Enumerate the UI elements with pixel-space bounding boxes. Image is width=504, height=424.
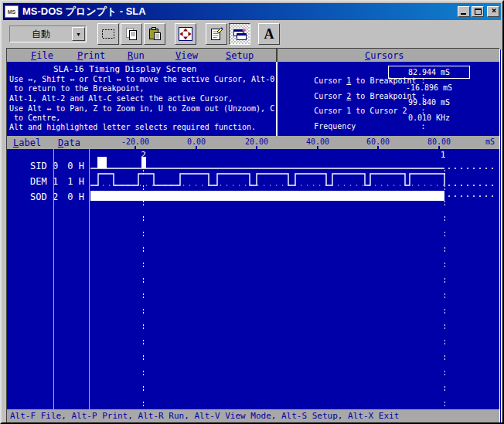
signal-waveform	[90, 174, 444, 185]
data-column-header: Data	[58, 137, 80, 148]
toolbar: 自動 ▼	[3, 22, 501, 46]
properties-button[interactable]	[206, 23, 227, 45]
font-icon: A	[264, 27, 274, 41]
cursor2-breakpoint-row: Cursor 2 to Breakpoint : -16.896 mS	[286, 83, 495, 94]
msdos-prompt-window: MS DOS MS-DOS プロンプト - SLA × 自動 ▼	[0, 0, 504, 424]
cursor1-cursor2-row: Cursor 1 to Cursor 2 : 99.840 mS	[286, 98, 495, 109]
help-line: Alt and highlighted letter selects requi…	[9, 123, 256, 131]
frequency-value: 0.010 KHz	[388, 114, 470, 122]
label-column-header: Label	[13, 137, 41, 148]
copy-icon	[124, 26, 139, 42]
close-button[interactable]: ×	[487, 6, 499, 17]
close-icon: ×	[488, 5, 500, 15]
copy-button[interactable]	[121, 23, 142, 45]
help-line: Alt-1, Alt-2 and Alt-C select the active…	[9, 94, 233, 103]
properties-icon	[209, 26, 224, 42]
axis-tick-label: 0.00	[173, 137, 220, 146]
help-line: Use ↔, Shift ↔ or Ctrl ↔ to move the act…	[9, 75, 274, 83]
help-line: to Centre,	[9, 114, 60, 122]
msdos-icon-ms: MS	[8, 9, 16, 15]
status-bar: Alt-F File, Alt-P Print, Alt-R Run, Alt-…	[7, 409, 499, 422]
menu-view[interactable]: View	[175, 50, 198, 61]
font-button[interactable]: A	[258, 23, 280, 45]
menu-setup[interactable]: Setup	[226, 50, 254, 61]
signal-pulse	[141, 157, 146, 168]
panel-divider-top	[276, 49, 278, 62]
fullscreen-icon	[178, 26, 193, 42]
msdos-icon[interactable]: MS DOS	[5, 5, 19, 18]
background-button[interactable]	[229, 23, 250, 45]
axis-tick-label: 20.00	[233, 137, 280, 146]
waveform-plot[interactable]	[7, 149, 500, 409]
font-size-value: 自動	[10, 28, 72, 41]
paste-button[interactable]	[144, 23, 165, 45]
timing-header: Label Data mS -20.000.0020.0040.0060.008…	[7, 136, 499, 149]
dos-screen: File Print Run View Setup Cursors SLA-16…	[6, 48, 500, 423]
minimize-button[interactable]	[458, 6, 470, 17]
maximize-icon	[475, 8, 482, 15]
screen-title: SLA-16 Timing Display Screen	[53, 64, 196, 74]
axis-unit-label: mS	[485, 137, 495, 146]
signal-pulse	[97, 157, 107, 168]
minimize-icon	[461, 13, 466, 15]
signal-block	[90, 191, 444, 201]
cursors-panel-title: Cursors	[365, 50, 404, 61]
axis-tick-label: 60.00	[355, 137, 401, 146]
cursor1-cursor2-value: 99.840 mS	[388, 98, 470, 107]
cursor1-breakpoint-row: Cursor 1 to Breakpoint : 82.944 mS	[286, 68, 495, 79]
menu-print[interactable]: Print	[77, 50, 105, 61]
maximize-button[interactable]	[472, 6, 484, 17]
panel-divider	[276, 62, 278, 136]
help-line: to return to the Breakpoint,	[9, 84, 145, 93]
title-bar[interactable]: MS DOS MS-DOS プロンプト - SLA ×	[3, 3, 501, 20]
help-line: Use Alt ↔ to Pan, Z to Zoom in, U to Zoo…	[9, 104, 274, 113]
mark-icon	[100, 26, 116, 42]
paste-icon	[147, 26, 162, 42]
axis-tick-label: 80.00	[416, 137, 462, 146]
cursor2-breakpoint-value: -16.896 mS	[388, 83, 470, 92]
axis-tick-label: 40.00	[295, 137, 341, 146]
window-title: MS-DOS プロンプト - SLA	[22, 5, 456, 19]
background-icon	[232, 26, 247, 42]
menu-file[interactable]: File	[31, 50, 53, 61]
mark-button[interactable]	[97, 23, 119, 45]
chevron-down-icon[interactable]: ▼	[72, 27, 85, 41]
status-hints: Alt-F File, Alt-P Print, Alt-R Run, Alt-…	[10, 411, 399, 421]
fullscreen-button[interactable]	[175, 23, 196, 45]
frequency-row: Frequency : 0.010 KHz	[286, 114, 495, 124]
menu-run[interactable]: Run	[128, 50, 145, 61]
font-size-combobox[interactable]: 自動 ▼	[9, 25, 87, 42]
cursor1-breakpoint-value: 82.944 mS	[388, 66, 470, 79]
axis-tick-label: -20.00	[112, 137, 158, 146]
